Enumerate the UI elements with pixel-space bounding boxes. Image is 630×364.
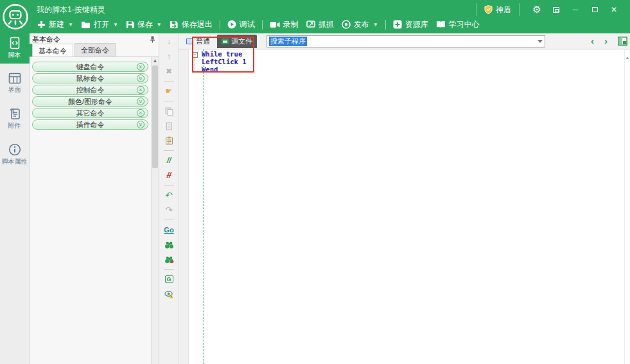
cut-icon xyxy=(165,122,173,130)
code-area[interactable]: − While true LeftClick 1 Wend ▲ xyxy=(179,49,630,364)
layout-grid-button[interactable] xyxy=(618,37,627,46)
sidebar-item-interface[interactable]: 界面 xyxy=(0,69,30,98)
undo-button[interactable]: ↶ xyxy=(162,190,175,200)
fold-minus-icon: − xyxy=(193,51,197,58)
titlebar: 我的脚本1-按键精灵 新建 ▼ 打开 ▼ 保存 ▼ 保存退出 xyxy=(0,0,630,33)
combobox-selected-value: 搜索子程序 xyxy=(269,37,307,46)
publish-icon xyxy=(342,20,351,29)
open-button[interactable]: 打开 ▼ xyxy=(77,18,122,31)
goto-line-button[interactable]: Go xyxy=(162,225,175,235)
nav-back-button[interactable]: ‹ xyxy=(591,37,594,46)
command-group-plugin[interactable]: 插件命令 » xyxy=(32,119,148,130)
dropdown-arrow-icon: ▼ xyxy=(157,22,162,28)
subroutine-combobox[interactable]: 搜索子程序 xyxy=(267,35,545,48)
pin-icon xyxy=(150,36,155,43)
minimize-button[interactable]: ─ xyxy=(566,3,585,16)
layout-grid-icon xyxy=(618,37,627,46)
save-exit-button[interactable]: 保存退出 xyxy=(166,18,216,31)
publish-button[interactable]: 发布 ▼ xyxy=(338,18,382,31)
source-view-icon xyxy=(222,39,229,44)
command-group-other[interactable]: 其它命令 » xyxy=(32,108,148,118)
command-group-mouse[interactable]: 鼠标命令 » xyxy=(32,73,148,83)
app-logo-icon xyxy=(1,3,30,31)
code-text[interactable]: While true LeftClick 1 Wend xyxy=(202,50,247,73)
move-down-button[interactable]: ↓ xyxy=(162,37,175,47)
editor-scrollbar[interactable]: ▲ xyxy=(624,49,630,364)
learning-center-button[interactable]: 学习中心 xyxy=(432,18,484,31)
paste-button[interactable] xyxy=(162,135,175,146)
comment-icon: // xyxy=(167,156,171,165)
close-button[interactable]: ✕ xyxy=(604,3,624,16)
expand-chevron-icon[interactable]: » xyxy=(137,109,144,117)
sidebar-item-attachment[interactable]: 附件 xyxy=(0,104,30,134)
script-document-icon xyxy=(8,37,21,49)
move-up-button[interactable]: ↑ xyxy=(162,51,175,62)
new-button[interactable]: 新建 ▼ xyxy=(33,18,77,31)
save-button[interactable]: 保存 ▼ xyxy=(122,18,166,31)
code-line[interactable]: LeftClick 1 xyxy=(202,58,247,65)
editor-view-tabs: 普通 源文件 搜索子程序 ‹ › xyxy=(179,33,630,49)
insert-command-button[interactable]: ☛ xyxy=(162,86,175,96)
code-line[interactable]: Wend xyxy=(202,65,247,73)
sidebar-item-script-properties[interactable]: 脚本属性 xyxy=(0,140,30,170)
tab-source-view[interactable]: 源文件 xyxy=(217,35,257,48)
shield-badge[interactable]: 神盾 xyxy=(476,3,520,16)
scrollbar-thumb[interactable] xyxy=(152,65,158,168)
skin-button[interactable] xyxy=(547,3,566,16)
fold-margin xyxy=(179,49,189,364)
hand-pointer-icon: ☛ xyxy=(166,87,173,96)
nav-forward-button[interactable]: › xyxy=(604,37,608,46)
find-button[interactable] xyxy=(162,239,175,250)
expand-chevron-icon[interactable]: » xyxy=(137,63,144,71)
pin-button[interactable] xyxy=(150,36,155,43)
syntax-check-button[interactable] xyxy=(162,289,175,299)
rail-divider xyxy=(164,269,174,270)
tab-all-commands[interactable]: 全部命令 xyxy=(74,43,116,56)
command-group-color-graphics[interactable]: 颜色/图形命令 » xyxy=(32,96,148,107)
redo-button[interactable]: ↷ xyxy=(162,205,175,215)
undo-icon: ↶ xyxy=(165,190,173,200)
tab-basic-commands[interactable]: 基本命令 xyxy=(32,44,73,56)
fold-toggle[interactable]: − xyxy=(192,52,198,58)
capture-button[interactable]: 抓抓 xyxy=(302,18,338,31)
code-line[interactable]: While true xyxy=(202,50,247,58)
indent-guide-line xyxy=(203,49,204,364)
settings-button[interactable]: ⚙ xyxy=(527,3,547,16)
binoculars-icon xyxy=(164,241,174,249)
debug-button[interactable]: 调试 xyxy=(223,18,259,31)
expand-chevron-icon[interactable]: » xyxy=(137,98,144,105)
floppy-icon xyxy=(126,21,134,29)
camera-icon xyxy=(270,21,280,28)
copy-button[interactable] xyxy=(162,106,175,116)
insert-code-block-button[interactable]: G xyxy=(162,274,175,284)
info-icon xyxy=(8,143,21,156)
scroll-up-icon[interactable]: ▲ xyxy=(152,57,159,65)
find-replace-button[interactable] xyxy=(162,254,175,264)
floppy-exit-icon xyxy=(170,21,179,29)
command-list-scrollbar[interactable]: ▲ xyxy=(151,57,159,364)
maximize-button[interactable] xyxy=(585,3,604,16)
delete-line-button[interactable]: ✖ xyxy=(162,66,175,76)
uncomment-button[interactable]: // xyxy=(162,170,175,180)
command-group-control[interactable]: 控制命令 » xyxy=(32,85,148,95)
rail-divider xyxy=(164,185,174,186)
comment-button[interactable]: // xyxy=(162,155,175,166)
eye-check-icon xyxy=(164,290,174,299)
scroll-up-icon[interactable]: ▲ xyxy=(625,49,630,60)
screen-capture-icon xyxy=(306,21,315,29)
cut-button[interactable] xyxy=(162,121,175,131)
command-group-keyboard[interactable]: 键盘命令 » xyxy=(32,62,148,72)
record-button[interactable]: 录制 xyxy=(266,18,302,31)
fold-tree-line xyxy=(195,58,195,69)
sidebar-item-script[interactable]: 脚本 xyxy=(0,33,30,64)
expand-chevron-icon[interactable]: » xyxy=(137,86,144,94)
expand-chevron-icon[interactable]: » xyxy=(137,74,144,82)
minimize-icon: ─ xyxy=(573,5,579,14)
tab-normal-view[interactable]: 普通 xyxy=(182,35,214,48)
expand-chevron-icon[interactable]: » xyxy=(137,121,144,128)
resource-library-button[interactable]: 资源库 xyxy=(389,18,432,31)
uncomment-icon: // xyxy=(167,171,171,180)
chevron-down-icon xyxy=(538,40,543,43)
edit-tool-rail: ↓ ↑ ✖ ☛ // // ↶ ↷ Go xyxy=(159,33,179,364)
copy-icon xyxy=(165,107,173,116)
